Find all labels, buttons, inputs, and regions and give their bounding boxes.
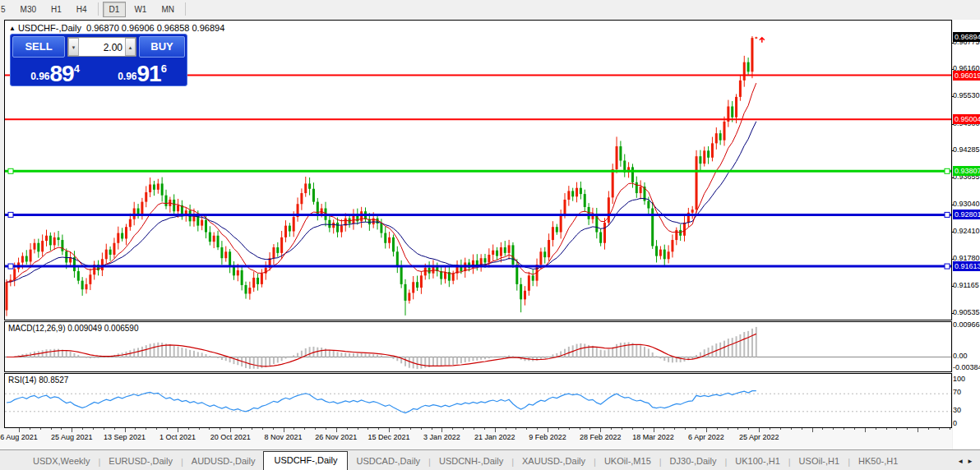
timeframe-button-mn[interactable]: MN — [155, 2, 181, 17]
symbol-tab-ukoil[interactable]: UKOil-,M15 — [596, 453, 659, 470]
symbol-tab-usdx[interactable]: USDX,Weekly — [25, 453, 98, 470]
rsi-axis-label: 100 — [953, 375, 980, 384]
macd-plot — [5, 322, 951, 371]
symbol-tab-eurusd[interactable]: EURUSD-,Daily — [100, 453, 181, 470]
volume-decrease-button[interactable]: ▼ — [68, 38, 79, 56]
price-tick-label: 0.95530 — [953, 91, 980, 100]
volume-increase-button[interactable]: ▲ — [125, 38, 136, 56]
price-axis[interactable]: 0.967750.961600.955300.949000.942850.936… — [953, 20, 980, 449]
sell-price-big-digits: 89 — [49, 63, 73, 85]
date-label: 13 Sep 2021 — [104, 433, 146, 441]
date-label: 25 Aug 2021 — [51, 433, 93, 441]
timeframe-button-d1[interactable]: D1 — [103, 2, 127, 17]
timeframe-button-h4[interactable]: H4 — [70, 2, 94, 17]
price-peak-arrow-icon — [760, 38, 765, 43]
rsi-axis-label: 30 — [953, 406, 980, 415]
date-label: 9 Feb 2022 — [529, 433, 566, 441]
buy-button[interactable]: BUY — [139, 36, 185, 58]
hline-price-label[interactable]: 0.93807 — [953, 166, 980, 176]
symbol-tab-usdcnh[interactable]: USDCNH-,Daily — [431, 453, 511, 470]
chart-ohlc-values: 0.96870 0.96906 0.96858 0.96894 — [86, 23, 224, 33]
macd-axis-label: 0.00 — [953, 352, 980, 361]
date-label: 1 Oct 2021 — [159, 433, 196, 441]
rsi-value: 80.8527 — [39, 376, 68, 385]
macd-values: 0.009049 0.006590 — [67, 324, 138, 333]
date-label: 3 Jan 2022 — [423, 433, 460, 441]
chart-symbol-label: USDCHF-,Daily — [18, 23, 81, 33]
symbol-tab-usdchf[interactable]: USDCHF-,Daily — [263, 451, 348, 470]
macd-label: MACD(12,26,9) 0.009049 0.006590 — [8, 324, 138, 333]
sell-price-display[interactable]: 0.96894 — [12, 59, 98, 85]
date-label: 28 Feb 2022 — [580, 433, 622, 441]
price-tick-label: 0.94285 — [953, 145, 980, 154]
date-label: 6 Aug 2021 — [0, 433, 38, 441]
date-label: 8 Nov 2021 — [264, 433, 302, 441]
buy-price-prefix: 0.96 — [118, 71, 136, 85]
one-click-trading-widget: SELL ▼ 2.00 ▲ BUY 0.96894 0.96916 — [10, 34, 187, 86]
rsi-axis-label: 70 — [953, 388, 980, 397]
rsi-label: RSI(14) 80.8527 — [8, 376, 68, 385]
timeframe-button-5[interactable]: 5 — [0, 2, 12, 17]
main-price-panel[interactable]: ▲USDCHF-,Daily 0.96870 0.96906 0.96858 0… — [4, 20, 952, 320]
symbol-tab-hk50[interactable]: HK50-,H1 — [850, 453, 906, 470]
sell-price-prefix: 0.96 — [30, 71, 49, 85]
hline-price-label[interactable]: 0.92801 — [953, 210, 980, 219]
symbol-tab-bar: USDX,Weekly|EURUSD-,Daily|AUDUSD-,DailyU… — [0, 449, 980, 470]
time-axis[interactable]: 6 Aug 202125 Aug 202113 Sep 20211 Oct 20… — [0, 428, 952, 449]
chart-column: ▲USDCHF-,Daily 0.96870 0.96906 0.96858 0… — [4, 20, 952, 428]
hline-price-label[interactable]: 0.91613 — [953, 261, 980, 271]
price-tick-label: 0.91165 — [953, 281, 980, 290]
chart-title: ▲USDCHF-,Daily 0.96870 0.96906 0.96858 0… — [9, 23, 224, 33]
volume-spinner: ▼ 2.00 ▲ — [67, 37, 136, 57]
rsi-panel[interactable]: RSI(14) 80.8527 — [4, 373, 952, 428]
price-tick-label: 0.93040 — [953, 200, 980, 209]
timeframe-toolbar: 5M30H1H4D1W1MN — [0, 0, 980, 18]
hline-price-label[interactable]: 0.95004 — [953, 114, 980, 124]
rsi-axis-label: 0 — [953, 419, 980, 428]
timeframe-button-w1[interactable]: W1 — [127, 2, 153, 17]
sell-price-pipette: 4 — [74, 62, 80, 75]
symbol-tab-usoil[interactable]: USOil-,H1 — [791, 453, 848, 470]
date-label: 25 Apr 2022 — [739, 433, 779, 441]
symbol-tab-usdcad[interactable]: USDCAD-,Daily — [348, 453, 428, 470]
buy-price-pipette: 6 — [161, 62, 167, 75]
tab-scroll-right-icon[interactable]: ► — [967, 458, 977, 465]
date-label: 21 Jan 2022 — [474, 433, 515, 441]
symbol-tab-xauusd[interactable]: XAUUSD-,Daily — [514, 453, 594, 470]
symbol-tab-dj30[interactable]: DJ30-,Daily — [662, 453, 725, 470]
hline-price-label[interactable]: 0.96019 — [953, 71, 980, 81]
price-tick-label: 0.92410 — [953, 227, 980, 236]
timeframe-button-h1[interactable]: H1 — [44, 2, 68, 17]
tab-scroll-left-icon[interactable]: ◄ — [957, 458, 967, 465]
expand-chart-icon[interactable]: ▲ — [9, 25, 16, 32]
date-label: 20 Oct 2021 — [210, 433, 251, 441]
timeframe-button-m30[interactable]: M30 — [14, 2, 43, 17]
buy-price-big-digits: 91 — [136, 63, 160, 85]
date-label: 26 Nov 2021 — [315, 433, 357, 441]
sell-button[interactable]: SELL — [12, 36, 65, 58]
date-label: 15 Dec 2021 — [368, 433, 410, 441]
buy-price-display[interactable]: 0.96916 — [99, 59, 185, 85]
price-tick-label: 0.90535 — [953, 308, 980, 317]
date-label: 6 Apr 2022 — [688, 433, 724, 441]
current-price-label: 0.96894 — [953, 32, 980, 42]
rsi-plot — [5, 374, 951, 427]
date-label: 18 Mar 2022 — [632, 433, 674, 441]
symbol-tab-audusd[interactable]: AUDUSD-,Daily — [183, 453, 264, 470]
macd-axis-label: -0.00384 — [953, 363, 980, 372]
symbol-tab-uk100[interactable]: UK100-,H1 — [727, 453, 788, 470]
macd-panel[interactable]: MACD(12,26,9) 0.009049 0.006590 — [4, 321, 952, 372]
macd-axis-label: 0.009663 — [953, 320, 980, 329]
tab-scroll-arrows[interactable]: ◄► — [957, 458, 977, 465]
volume-input[interactable]: 2.00 — [79, 38, 125, 56]
trading-terminal-window: 5M30H1H4D1W1MN ▲USDCHF-,Daily 0.96870 0.… — [0, 0, 980, 470]
